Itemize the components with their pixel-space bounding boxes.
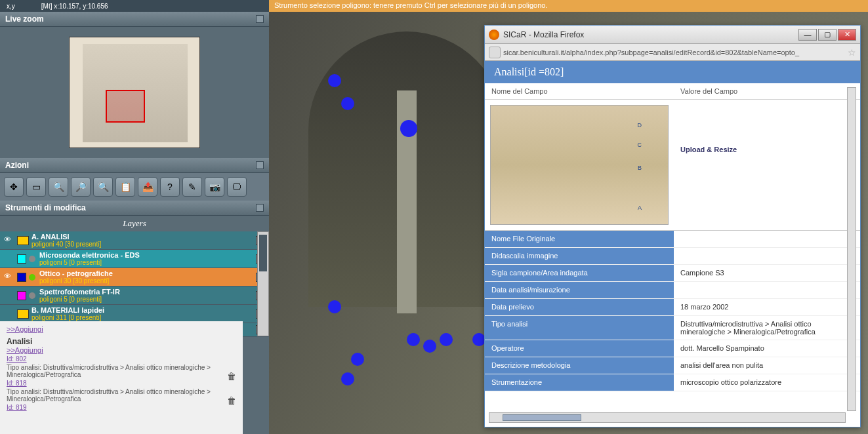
collapse-icon[interactable] — [256, 161, 264, 169]
coordinate-bar: x,y [Mt] x:10.157, y:10.656 — [0, 0, 269, 12]
popup-window: SICaR - Mozilla Firefox — ▢ ✕ sicar.beni… — [484, 25, 861, 427]
hint-bar: Strumento selezione poligono: tenere pre… — [269, 0, 868, 12]
sample-dot[interactable] — [400, 120, 417, 137]
sample-image[interactable]: A B C D — [485, 100, 674, 230]
field-row: Nome File Originale — [485, 231, 860, 248]
trash-icon[interactable]: 🗑 — [227, 371, 236, 382]
sample-dot[interactable] — [341, 97, 354, 110]
field-value[interactable]: Distruttiva/microdistruttiva > Analisi o… — [674, 316, 860, 340]
eye-icon[interactable]: 👁 — [4, 272, 14, 283]
field-value[interactable]: microscopio ottico polarizzatore — [674, 374, 860, 391]
tool-export[interactable]: 📤 — [138, 177, 157, 197]
info-panel: >>Aggiungi Analisi >>Aggiungi Id: 802 Ti… — [0, 321, 243, 434]
column-headers: Nome del Campo Valore del Campo — [485, 83, 860, 100]
field-row: Tipo analisiDistruttiva/microdistruttiva… — [485, 316, 860, 340]
sample-dot[interactable] — [407, 333, 420, 346]
tool-search[interactable]: 🔍 — [93, 177, 113, 197]
bookmark-icon[interactable]: ☆ — [848, 47, 856, 58]
field-name: Data prelievo — [485, 299, 674, 315]
tool-monitor[interactable]: 🖵 — [227, 177, 247, 197]
zoom-preview[interactable] — [0, 27, 269, 158]
tool-zoom-in[interactable]: 🔍 — [49, 177, 68, 197]
layer-group-a[interactable]: 👁 A. ANALISIpoligoni 40 [30 presenti] — [0, 231, 269, 250]
doc-icon — [17, 309, 29, 319]
titlebar[interactable]: SICaR - Mozilla Firefox — ▢ ✕ — [485, 26, 860, 44]
url-text[interactable]: sicar.beniculturali.it/alpha/index.php?s… — [503, 49, 845, 56]
field-name: Didascalia immagine — [485, 248, 674, 264]
field-value[interactable]: Campione S3 — [674, 265, 860, 281]
actions-toolbar: ✥ ▭ 🔍 🔎 🔍 📋 📤 ? ✎ 📷 🖵 — [0, 173, 269, 201]
field-value[interactable]: 18 marzo 2002 — [674, 299, 860, 315]
eye-icon[interactable] — [4, 254, 14, 264]
add-link[interactable]: >>Aggiungi — [7, 346, 236, 354]
tool-pointer[interactable]: ✥ — [4, 177, 24, 197]
firefox-icon — [489, 30, 499, 40]
layers-scrollbar[interactable] — [257, 231, 269, 336]
globe-icon[interactable] — [489, 47, 501, 58]
layers-title: Layers — [0, 216, 269, 231]
image-row: A B C D Upload & Resize — [485, 100, 860, 231]
layer-group-b[interactable]: B. MATERIALI lapideipoligoni 311 [0 pres… — [0, 305, 269, 323]
field-value[interactable]: dott. Marcello Spampinato — [674, 340, 860, 357]
tool-pencil[interactable]: ✎ — [182, 177, 202, 197]
coord-label: x,y — [7, 3, 15, 10]
tool-zoom-out[interactable]: 🔎 — [71, 177, 91, 197]
vertical-scrollbar[interactable] — [847, 87, 856, 411]
layer-eds[interactable]: Microsonda elettronica - EDSpoligoni 5 [… — [0, 250, 269, 268]
left-panel: x,y [Mt] x:10.157, y:10.656 Live zoom Az… — [0, 0, 269, 434]
tool-select[interactable]: ▭ — [26, 177, 46, 197]
maximize-button[interactable]: ▢ — [818, 29, 837, 41]
field-value[interactable] — [674, 282, 860, 298]
sample-dot[interactable] — [423, 340, 436, 353]
doc-icon — [17, 236, 29, 245]
add-link[interactable]: >>Aggiungi — [7, 325, 236, 333]
collapse-icon[interactable] — [256, 15, 264, 23]
close-button[interactable]: ✕ — [838, 29, 856, 41]
form-header: Analisi[id =802] — [485, 61, 860, 83]
collapse-icon[interactable] — [256, 204, 264, 212]
eye-icon[interactable] — [4, 290, 14, 301]
sample-dot[interactable] — [328, 74, 341, 87]
color-chip — [17, 291, 26, 300]
window-title: SICaR - Mozilla Firefox — [503, 30, 798, 39]
field-value[interactable]: analisi dell'area non pulita — [674, 357, 860, 374]
analysis-row: Tipo analisi: Distruttiva/microdistrutti… — [7, 388, 236, 403]
field-name: Operatore — [485, 340, 674, 357]
section-title: Analisi — [7, 337, 236, 346]
sample-dot[interactable] — [341, 372, 354, 385]
horizontal-scrollbar[interactable] — [489, 412, 846, 423]
id-link[interactable]: Id: 802 — [7, 355, 27, 363]
azioni-header: Azioni — [0, 158, 269, 173]
field-name: Descrizione metodologia — [485, 357, 674, 374]
tool-help[interactable]: ? — [160, 177, 180, 197]
layer-ottico[interactable]: 👁 Ottico - petrografichepoligoni 30 [30 … — [0, 268, 269, 286]
eye-icon[interactable] — [4, 309, 14, 319]
url-bar: sicar.beniculturali.it/alpha/index.php?s… — [485, 44, 860, 61]
layer-ftir[interactable]: Spettrofotometria FT-IRpoligoni 5 [0 pre… — [0, 286, 269, 305]
sample-dot[interactable] — [472, 333, 486, 346]
field-row: Data prelievo18 marzo 2002 — [485, 299, 860, 316]
tool-layer[interactable]: 📋 — [115, 177, 135, 197]
color-chip — [17, 254, 26, 264]
trash-icon[interactable]: 🗑 — [227, 395, 236, 406]
field-row: Strumentazionemicroscopio ottico polariz… — [485, 374, 860, 391]
field-row: Descrizione metodologiaanalisi dell'area… — [485, 357, 860, 374]
sample-dot[interactable] — [328, 300, 341, 313]
sample-dot[interactable] — [351, 353, 364, 366]
sample-dot[interactable] — [440, 333, 453, 346]
field-name: Strumentazione — [485, 374, 674, 391]
id-link[interactable]: Id: 819 — [7, 404, 27, 411]
minimize-button[interactable]: — — [798, 29, 817, 41]
field-name: Nome File Originale — [485, 231, 674, 247]
field-name: Tipo analisi — [485, 316, 674, 340]
id-link[interactable]: Id: 818 — [7, 380, 27, 387]
live-zoom-header: Live zoom — [0, 12, 269, 27]
eye-icon[interactable]: 👁 — [4, 235, 14, 246]
field-row: Data analisi/misurazione — [485, 282, 860, 299]
upload-link[interactable]: Upload & Resize — [674, 100, 860, 230]
tool-camera[interactable]: 📷 — [205, 177, 224, 197]
field-name: Data analisi/misurazione — [485, 282, 674, 298]
field-value[interactable] — [674, 248, 860, 264]
field-value[interactable] — [674, 231, 860, 247]
color-chip — [17, 273, 26, 282]
